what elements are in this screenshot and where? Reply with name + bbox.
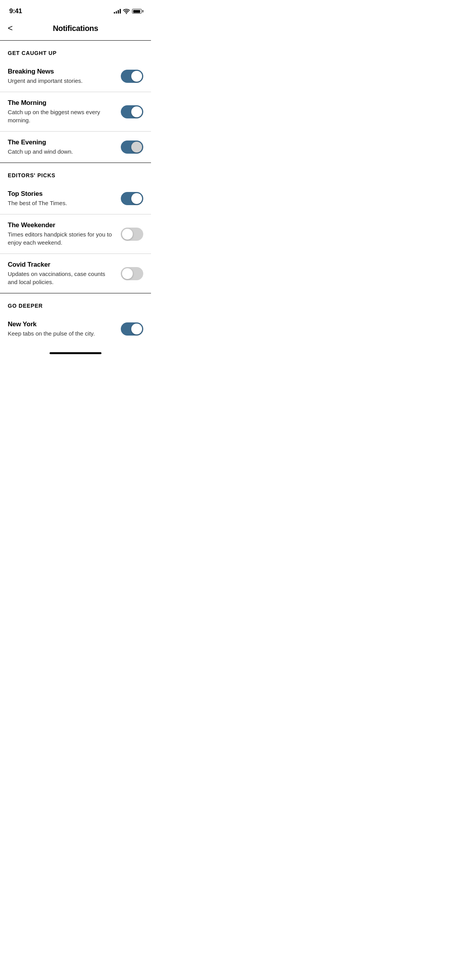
section-header-editors-picks: EDITORS' PICKS xyxy=(0,163,151,183)
battery-icon xyxy=(132,9,142,14)
notification-item-top-stories: Top StoriesThe best of The Times. xyxy=(0,183,151,214)
notification-text-the-morning: The MorningCatch up on the biggest news … xyxy=(8,99,121,124)
status-icons xyxy=(114,9,142,14)
notification-text-covid-tracker: Covid TrackerUpdates on vaccinations, ca… xyxy=(8,261,121,286)
status-bar: 9:41 xyxy=(0,0,151,19)
wifi-icon xyxy=(123,9,130,14)
page-title: Notifications xyxy=(53,24,98,33)
toggle-the-evening[interactable] xyxy=(121,140,143,154)
toggle-new-york[interactable] xyxy=(121,322,143,336)
toggle-breaking-news[interactable] xyxy=(121,70,143,83)
toggle-top-stories[interactable] xyxy=(121,192,143,205)
notification-item-covid-tracker: Covid TrackerUpdates on vaccinations, ca… xyxy=(0,254,151,293)
section-header-get-caught-up: GET CAUGHT UP xyxy=(0,41,151,61)
home-indicator xyxy=(50,352,101,354)
notification-title-the-morning: The Morning xyxy=(8,99,113,107)
notification-text-the-evening: The EveningCatch up and wind down. xyxy=(8,139,121,156)
notification-item-the-evening: The EveningCatch up and wind down. xyxy=(0,132,151,163)
notification-text-breaking-news: Breaking NewsUrgent and important storie… xyxy=(8,68,121,85)
toggle-the-morning[interactable] xyxy=(121,105,143,118)
notification-description-covid-tracker: Updates on vaccinations, case counts and… xyxy=(8,270,113,286)
notification-item-new-york: New YorkKeep tabs on the pulse of the ci… xyxy=(0,314,151,344)
notification-description-breaking-news: Urgent and important stories. xyxy=(8,77,113,85)
notification-text-top-stories: Top StoriesThe best of The Times. xyxy=(8,190,121,207)
sections-container: GET CAUGHT UPBreaking NewsUrgent and imp… xyxy=(0,41,151,354)
toggle-covid-tracker[interactable] xyxy=(121,267,143,280)
nav-header: < Notifications xyxy=(0,19,151,40)
signal-icon xyxy=(114,9,121,14)
notification-title-breaking-news: Breaking News xyxy=(8,68,113,75)
notification-text-new-york: New YorkKeep tabs on the pulse of the ci… xyxy=(8,320,121,338)
notification-description-new-york: Keep tabs on the pulse of the city. xyxy=(8,329,113,338)
notification-description-the-evening: Catch up and wind down. xyxy=(8,147,113,156)
notification-description-the-weekender: Times editors handpick stories for you t… xyxy=(8,230,113,247)
notification-item-the-morning: The MorningCatch up on the biggest news … xyxy=(0,92,151,131)
toggle-the-weekender[interactable] xyxy=(121,228,143,241)
notification-title-new-york: New York xyxy=(8,320,113,328)
notification-item-breaking-news: Breaking NewsUrgent and important storie… xyxy=(0,61,151,92)
notification-item-the-weekender: The WeekenderTimes editors handpick stor… xyxy=(0,214,151,254)
notification-title-the-evening: The Evening xyxy=(8,139,113,146)
notification-title-covid-tracker: Covid Tracker xyxy=(8,261,113,269)
notification-title-top-stories: Top Stories xyxy=(8,190,113,198)
notification-text-the-weekender: The WeekenderTimes editors handpick stor… xyxy=(8,221,121,247)
notification-description-the-morning: Catch up on the biggest news every morni… xyxy=(8,108,113,124)
status-time: 9:41 xyxy=(9,7,22,15)
section-header-go-deeper: GO DEEPER xyxy=(0,293,151,314)
notification-description-top-stories: The best of The Times. xyxy=(8,199,113,207)
back-button[interactable]: < xyxy=(8,22,16,34)
notification-title-the-weekender: The Weekender xyxy=(8,221,113,229)
